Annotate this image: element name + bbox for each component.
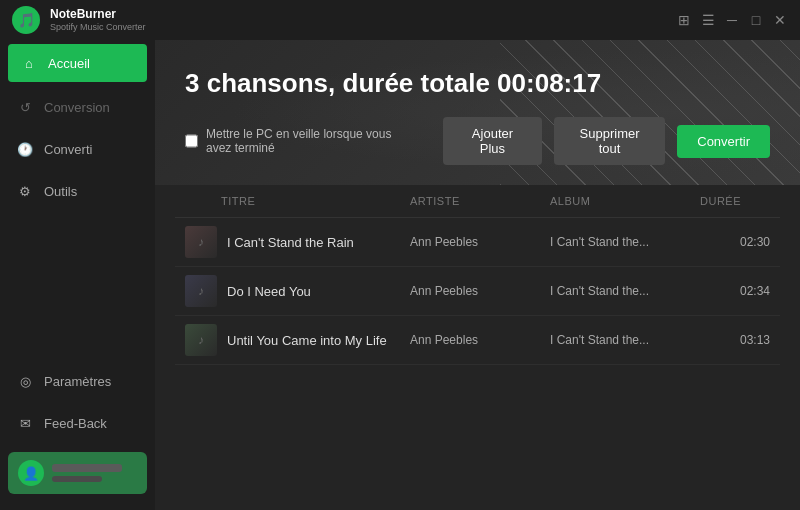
sidebar-item-label: Conversion: [44, 100, 110, 115]
title-bar: 🎵 NoteBurner Spotify Music Converter ⊞ ☰…: [0, 0, 800, 40]
user-subscription: [52, 476, 102, 482]
maximize-icon[interactable]: □: [748, 12, 764, 28]
close-icon[interactable]: ✕: [772, 12, 788, 28]
track-album: I Can't Stand the...: [550, 284, 700, 298]
add-more-button[interactable]: Ajouter Plus: [443, 117, 542, 165]
window-controls: ⊞ ☰ ─ □ ✕: [676, 12, 788, 28]
track-title: I Can't Stand the Rain: [221, 235, 410, 250]
track-thumbnail: ♪: [185, 226, 217, 258]
app-logo: 🎵: [12, 6, 40, 34]
track-duration: 02:30: [700, 235, 770, 249]
app-branding: 🎵 NoteBurner Spotify Music Converter: [12, 6, 146, 34]
col-header-title: TITRE: [221, 195, 410, 207]
main-layout: ⌂ Accueil ↺ Conversion 🕐 Converti ⚙ Outi…: [0, 40, 800, 510]
track-duration: 03:13: [700, 333, 770, 347]
col-header-duration: DURÉE: [700, 195, 770, 207]
convert-button[interactable]: Convertir: [677, 125, 770, 158]
grid-icon[interactable]: ⊞: [676, 12, 692, 28]
track-title: Do I Need You: [221, 284, 410, 299]
app-name: NoteBurner: [50, 7, 146, 21]
app-subtitle: Spotify Music Converter: [50, 22, 146, 33]
sidebar-item-feedback[interactable]: ✉ Feed-Back: [0, 402, 155, 444]
tools-icon: ⚙: [16, 182, 34, 200]
minimize-icon[interactable]: ─: [724, 12, 740, 28]
sidebar-item-label: Outils: [44, 184, 77, 199]
avatar: 👤: [18, 460, 44, 486]
history-icon: 🕐: [16, 140, 34, 158]
track-title: Until You Came into My Life: [221, 333, 410, 348]
app-title-group: NoteBurner Spotify Music Converter: [50, 7, 146, 32]
track-artist: Ann Peebles: [410, 235, 550, 249]
settings-icon: ◎: [16, 372, 34, 390]
track-thumb-image: ♪: [185, 324, 217, 356]
table-row[interactable]: ♪ Until You Came into My Life Ann Peeble…: [175, 316, 780, 365]
track-album: I Can't Stand the...: [550, 235, 700, 249]
mail-icon: ✉: [16, 414, 34, 432]
table-header-row: TITRE ARTISTE ALBUM DURÉE: [175, 185, 780, 218]
sidebar-item-parametres[interactable]: ◎ Paramètres: [0, 360, 155, 402]
page-title: 3 chansons, durée totale 00:08:17: [185, 68, 770, 99]
hero-actions: Mettre le PC en veille lorsque vous avez…: [185, 117, 770, 165]
user-box[interactable]: 👤: [8, 452, 147, 494]
delete-all-button[interactable]: Supprimer tout: [554, 117, 665, 165]
sleep-checkbox[interactable]: [185, 134, 198, 148]
track-thumb-image: ♪: [185, 275, 217, 307]
track-thumbnail: ♪: [185, 275, 217, 307]
sleep-label-text: Mettre le PC en veille lorsque vous avez…: [206, 127, 419, 155]
sidebar: ⌂ Accueil ↺ Conversion 🕐 Converti ⚙ Outi…: [0, 40, 155, 510]
conversion-icon: ↺: [16, 98, 34, 116]
track-artist: Ann Peebles: [410, 284, 550, 298]
track-thumbnail: ♪: [185, 324, 217, 356]
home-icon: ⌂: [20, 54, 38, 72]
sidebar-item-converti[interactable]: 🕐 Converti: [0, 128, 155, 170]
sleep-checkbox-label[interactable]: Mettre le PC en veille lorsque vous avez…: [185, 127, 419, 155]
track-table: TITRE ARTISTE ALBUM DURÉE ♪ I Can't Stan…: [155, 185, 800, 510]
user-info: [52, 464, 122, 482]
table-row[interactable]: ♪ Do I Need You Ann Peebles I Can't Stan…: [175, 267, 780, 316]
sidebar-item-conversion[interactable]: ↺ Conversion: [0, 86, 155, 128]
sidebar-item-label: Converti: [44, 142, 92, 157]
track-artist: Ann Peebles: [410, 333, 550, 347]
track-thumb-image: ♪: [185, 226, 217, 258]
menu-icon[interactable]: ☰: [700, 12, 716, 28]
col-header-album: ALBUM: [550, 195, 700, 207]
sidebar-item-outils[interactable]: ⚙ Outils: [0, 170, 155, 212]
user-name: [52, 464, 122, 472]
sidebar-item-label: Feed-Back: [44, 416, 107, 431]
content-area: 3 chansons, durée totale 00:08:17 Mettre…: [155, 40, 800, 510]
sidebar-item-label: Accueil: [48, 56, 90, 71]
col-header-artist: ARTISTE: [410, 195, 550, 207]
track-list: ♪ I Can't Stand the Rain Ann Peebles I C…: [175, 218, 780, 365]
sidebar-item-label: Paramètres: [44, 374, 111, 389]
sidebar-item-accueil[interactable]: ⌂ Accueil: [8, 44, 147, 82]
hero-header: 3 chansons, durée totale 00:08:17 Mettre…: [155, 40, 800, 185]
sidebar-bottom: ◎ Paramètres ✉ Feed-Back 👤: [0, 360, 155, 510]
col-header-thumb: [185, 195, 221, 207]
table-row[interactable]: ♪ I Can't Stand the Rain Ann Peebles I C…: [175, 218, 780, 267]
track-album: I Can't Stand the...: [550, 333, 700, 347]
track-duration: 02:34: [700, 284, 770, 298]
